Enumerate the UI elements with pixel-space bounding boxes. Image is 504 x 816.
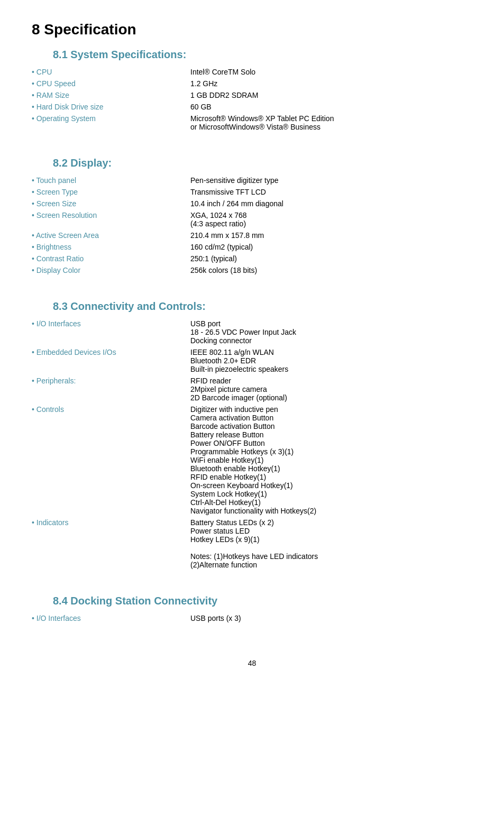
- bullet-label: I/O Interfaces: [32, 319, 81, 328]
- spec-label: Peripherals:: [32, 375, 180, 404]
- spec-label: Indicators: [32, 517, 180, 571]
- spec-value: Battery Status LEDs (x 2)Power status LE…: [180, 517, 472, 571]
- bullet-label: Screen Resolution: [32, 211, 97, 219]
- bullet-label: CPU Speed: [32, 79, 76, 88]
- bullet-label: CPU: [32, 68, 52, 76]
- bullet-label: Operating System: [32, 114, 96, 123]
- table-row: Active Screen Area210.4 mm x 157.8 mm: [32, 230, 472, 241]
- page-title: 8 Specification: [32, 21, 472, 38]
- bullet-label: Hard Disk Drive size: [32, 103, 104, 111]
- bullet-label: Screen Size: [32, 199, 76, 208]
- spec-label: Screen Type: [32, 186, 180, 198]
- spec-label: I/O Interfaces: [32, 612, 180, 624]
- spec-table-8.4: I/O InterfacesUSB ports (x 3): [32, 612, 472, 624]
- table-row: I/O InterfacesUSB ports (x 3): [32, 612, 472, 624]
- spec-table-8.3: I/O InterfacesUSB port18 - 26.5 VDC Powe…: [32, 318, 472, 571]
- bullet-label: Indicators: [32, 518, 69, 527]
- spec-value: USB port18 - 26.5 VDC Power Input JackDo…: [180, 318, 472, 346]
- bullet-label: Peripherals:: [32, 377, 76, 385]
- spec-label: CPU Speed: [32, 78, 180, 89]
- spec-label: Contrast Ratio: [32, 253, 180, 264]
- table-row: Contrast Ratio250:1 (typical): [32, 253, 472, 264]
- bullet-label: Contrast Ratio: [32, 254, 84, 263]
- spec-label: Controls: [32, 404, 180, 517]
- bullet-label: Touch panel: [32, 176, 76, 185]
- spec-label: Brightness: [32, 241, 180, 253]
- bullet-label: RAM Size: [32, 91, 69, 99]
- spec-value: 1 GB DDR2 SDRAM: [180, 89, 472, 101]
- spec-value: Pen-sensitive digitizer type: [180, 175, 472, 186]
- spec-table-8.1: CPUIntel® CoreTM SoloCPU Speed1.2 GHzRAM…: [32, 66, 472, 133]
- table-row: Brightness160 cd/m2 (typical): [32, 241, 472, 253]
- sections-container: 8.1 System Specifications:CPUIntel® Core…: [32, 49, 472, 638]
- spec-value: 160 cd/m2 (typical): [180, 241, 472, 253]
- spec-label: Display Color: [32, 264, 180, 276]
- spec-value: 60 GB: [180, 101, 472, 113]
- spec-value: Intel® CoreTM Solo: [180, 66, 472, 78]
- spec-value: RFID reader2Mpixel picture camera2D Barc…: [180, 375, 472, 404]
- bullet-label: Display Color: [32, 266, 80, 274]
- bullet-label: Screen Type: [32, 188, 78, 196]
- spec-value: 1.2 GHz: [180, 78, 472, 89]
- spec-value: 250:1 (typical): [180, 253, 472, 264]
- table-row: Screen TypeTransmissive TFT LCD: [32, 186, 472, 198]
- bullet-label: Active Screen Area: [32, 231, 99, 240]
- spec-value: 10.4 inch / 264 mm diagonal: [180, 198, 472, 209]
- table-row: Hard Disk Drive size60 GB: [32, 101, 472, 113]
- spec-label: Active Screen Area: [32, 230, 180, 241]
- table-row: I/O InterfacesUSB port18 - 26.5 VDC Powe…: [32, 318, 472, 346]
- section-title-8.3: 8.3 Connectivity and Controls:: [32, 300, 472, 313]
- spec-label: RAM Size: [32, 89, 180, 101]
- spec-value: XGA, 1024 x 768(4:3 aspect ratio): [180, 209, 472, 230]
- spec-value: 256k colors (18 bits): [180, 264, 472, 276]
- spec-label: Screen Resolution: [32, 209, 180, 230]
- bullet-label: Embedded Devices I/Os: [32, 348, 116, 356]
- section-title-8.4: 8.4 Docking Station Connectivity: [32, 595, 472, 607]
- spec-value: USB ports (x 3): [180, 612, 472, 624]
- spec-label: Screen Size: [32, 198, 180, 209]
- table-row: Operating SystemMicrosoft® Windows® XP T…: [32, 113, 472, 133]
- section-title-8.2: 8.2 Display:: [32, 157, 472, 169]
- bullet-label: I/O Interfaces: [32, 614, 81, 622]
- table-row: Screen Size10.4 inch / 264 mm diagonal: [32, 198, 472, 209]
- bullet-label: Controls: [32, 405, 64, 414]
- spec-value: Microsoft® Windows® XP Tablet PC Edition…: [180, 113, 472, 133]
- table-row: IndicatorsBattery Status LEDs (x 2)Power…: [32, 517, 472, 571]
- spec-label: Operating System: [32, 113, 180, 133]
- table-row: Touch panelPen-sensitive digitizer type: [32, 175, 472, 186]
- spec-label: CPU: [32, 66, 180, 78]
- table-row: Screen ResolutionXGA, 1024 x 768(4:3 asp…: [32, 209, 472, 230]
- bullet-label: Brightness: [32, 243, 71, 251]
- table-row: Embedded Devices I/OsIEEE 802.11 a/g/n W…: [32, 346, 472, 375]
- page-number: 48: [32, 659, 472, 667]
- spec-value: IEEE 802.11 a/g/n WLANBluetooth 2.0+ EDR…: [180, 346, 472, 375]
- spec-value: Digitizer with inductive penCamera activ…: [180, 404, 472, 517]
- spec-table-8.2: Touch panelPen-sensitive digitizer typeS…: [32, 175, 472, 276]
- spec-label: I/O Interfaces: [32, 318, 180, 346]
- spec-label: Embedded Devices I/Os: [32, 346, 180, 375]
- section-title-8.1: 8.1 System Specifications:: [32, 49, 472, 61]
- table-row: Display Color256k colors (18 bits): [32, 264, 472, 276]
- table-row: RAM Size1 GB DDR2 SDRAM: [32, 89, 472, 101]
- table-row: CPU Speed1.2 GHz: [32, 78, 472, 89]
- spec-value: 210.4 mm x 157.8 mm: [180, 230, 472, 241]
- table-row: Peripherals:RFID reader2Mpixel picture c…: [32, 375, 472, 404]
- spec-value: Transmissive TFT LCD: [180, 186, 472, 198]
- spec-label: Hard Disk Drive size: [32, 101, 180, 113]
- table-row: ControlsDigitizer with inductive penCame…: [32, 404, 472, 517]
- table-row: CPUIntel® CoreTM Solo: [32, 66, 472, 78]
- spec-label: Touch panel: [32, 175, 180, 186]
